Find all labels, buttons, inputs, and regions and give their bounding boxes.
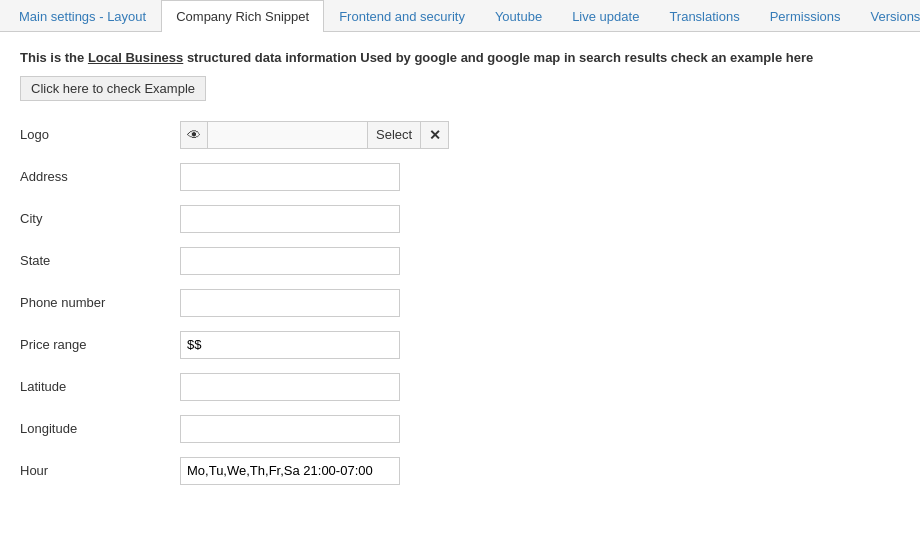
input-longitude[interactable] <box>180 415 400 443</box>
info-description: This is the Local Business structured da… <box>20 48 900 68</box>
label-state: State <box>20 253 180 268</box>
tab-company-rich-snippet[interactable]: Company Rich Snippet <box>161 0 324 32</box>
form-row-city: City <box>20 205 900 233</box>
logo-select-button[interactable]: Select <box>368 121 421 149</box>
logo-preview-button[interactable]: 👁 <box>180 121 208 149</box>
form-row-logo: Logo👁Select✕ <box>20 121 900 149</box>
form-row-state: State <box>20 247 900 275</box>
page-content: This is the Local Business structured da… <box>0 32 920 515</box>
label-address: Address <box>20 169 180 184</box>
input-price-range[interactable] <box>180 331 400 359</box>
label-city: City <box>20 211 180 226</box>
tab-versions[interactable]: Versions <box>856 0 921 32</box>
form-container: Logo👁Select✕AddressCityStatePhone number… <box>20 121 900 485</box>
label-hour: Hour <box>20 463 180 478</box>
label-logo: Logo <box>20 127 180 142</box>
input-hour[interactable] <box>180 457 400 485</box>
tab-permissions[interactable]: Permissions <box>755 0 856 32</box>
input-phone-number[interactable] <box>180 289 400 317</box>
tab-live-update[interactable]: Live update <box>557 0 654 32</box>
tabs-bar: Main settings - LayoutCompany Rich Snipp… <box>0 0 920 32</box>
form-row-longitude: Longitude <box>20 415 900 443</box>
input-address[interactable] <box>180 163 400 191</box>
example-button[interactable]: Click here to check Example <box>20 76 206 101</box>
tab-frontend-security[interactable]: Frontend and security <box>324 0 480 32</box>
tab-main-settings[interactable]: Main settings - Layout <box>4 0 161 32</box>
form-row-price-range: Price range <box>20 331 900 359</box>
tab-youtube[interactable]: Youtube <box>480 0 557 32</box>
form-row-hour: Hour <box>20 457 900 485</box>
label-phone-number: Phone number <box>20 295 180 310</box>
input-city[interactable] <box>180 205 400 233</box>
input-state[interactable] <box>180 247 400 275</box>
form-row-phone-number: Phone number <box>20 289 900 317</box>
form-row-latitude: Latitude <box>20 373 900 401</box>
label-price-range: Price range <box>20 337 180 352</box>
logo-clear-button[interactable]: ✕ <box>421 121 449 149</box>
logo-text-input[interactable] <box>208 121 368 149</box>
tab-translations[interactable]: Translations <box>654 0 754 32</box>
label-latitude: Latitude <box>20 379 180 394</box>
form-row-address: Address <box>20 163 900 191</box>
logo-input-group: 👁Select✕ <box>180 121 449 149</box>
input-latitude[interactable] <box>180 373 400 401</box>
label-longitude: Longitude <box>20 421 180 436</box>
